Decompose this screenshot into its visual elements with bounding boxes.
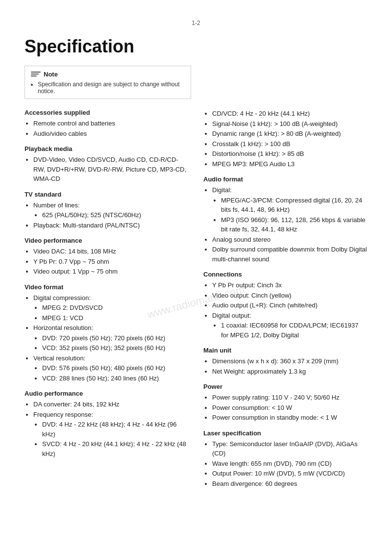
list-item: Remote control and batteries [33, 119, 189, 128]
list-item: Number of lines:625 (PAL/50Hz); 525 (NTS… [33, 201, 189, 220]
section: Video performanceVideo DAC: 14 bits, 108… [24, 237, 189, 277]
note-box: Note Specification and design are subjec… [24, 66, 191, 99]
right-column: CD/VCD: 4 Hz - 20 kHz (44.1 kHz)Signal-N… [203, 109, 368, 495]
list-item: Playback: Multi-standard (PAL/NTSC) [33, 221, 189, 230]
list-item: Type: Semiconductor laser InGaAIP (DVD),… [212, 439, 368, 458]
list-item: Frequency response:DVD: 4 Hz - 22 kHz (4… [33, 410, 189, 459]
section: ConnectionsY Pb Pr output: Cinch 3xVideo… [203, 271, 368, 340]
list-item: Vertical resolution:DVD: 576 pixels (50 … [33, 353, 189, 383]
page-title: Specification [24, 36, 368, 57]
list-item: Output Power: 10 mW (DVD), 5 mW (VCD/CD) [212, 469, 368, 479]
section-title: Video performance [24, 237, 189, 244]
list-item: Crosstalk (1 kHz): > 100 dB [212, 139, 368, 149]
list-sub-item: MP3 (ISO 9660): 96, 112, 128, 256 kbps &… [221, 215, 368, 234]
list-item: Y Pb Pr output: Cinch 3x [212, 280, 368, 290]
list-item: Dolby surround compatible downmix from D… [212, 245, 368, 264]
list-item: Power supply rating: 110 V - 240 V; 50/6… [212, 393, 368, 403]
section: Accessories suppliedRemote control and b… [24, 109, 189, 138]
section: Audio formatDigital:MPEG/AC-3/PCM: Compr… [203, 176, 368, 264]
list-sub-item: 625 (PAL/50Hz); 525 (NTSC/60Hz) [42, 210, 189, 220]
list-sub-item: 1 coaxial: IEC60958 for CDDA/LPCM; IEC61… [221, 321, 368, 340]
section-title: Connections [203, 271, 368, 278]
list-item: Horizontal resolution:DVD: 720 pixels (5… [33, 323, 189, 353]
note-header: Note [31, 70, 185, 78]
list-item: Signal-Noise (1 kHz): > 100 dB (A-weight… [212, 119, 368, 129]
list-item: Net Weight: approximately 1.3 kg [212, 367, 368, 377]
list-sub-item: MPEG/AC-3/PCM: Compressed digital (16, 2… [221, 196, 368, 215]
list-item: Y Pb Pr: 0.7 Vpp ~ 75 ohm [33, 257, 189, 267]
section: CD/VCD: 4 Hz - 20 kHz (44.1 kHz)Signal-N… [203, 109, 368, 169]
section: PowerPower supply rating: 110 V - 240 V;… [203, 383, 368, 423]
list-item: Digital:MPEG/AC-3/PCM: Compressed digita… [212, 185, 368, 234]
section: Playback mediaDVD-Video, Video CD/SVCD, … [24, 145, 189, 184]
list-item: Audio output (L+R): Cinch (white/red) [212, 301, 368, 310]
list-item: Video output: Cinch (yellow) [212, 291, 368, 301]
list-item: Dynamic range (1 kHz): > 80 dB (A-weight… [212, 129, 368, 139]
note-icon [31, 70, 41, 78]
left-column: Accessories suppliedRemote control and b… [24, 109, 189, 495]
list-item: Video DAC: 14 bits, 108 MHz [33, 247, 189, 256]
list-item: Power consumption: < 10 W [212, 403, 368, 413]
list-item: Distortion/noise (1 kHz): > 85 dB [212, 149, 368, 159]
section-title: Accessories supplied [24, 109, 189, 116]
section-title: Audio format [203, 176, 368, 183]
list-sub-item: MPEG 2: DVD/SVCD [42, 303, 189, 313]
list-item: Video output: 1 Vpp ~ 75 ohm [33, 267, 189, 277]
content-area: www.radiomann.com Accessories suppliedRe… [24, 109, 368, 495]
section-title: Laser specification [203, 429, 368, 437]
section-title: Video format [24, 283, 189, 291]
note-content: Specification and design are subject to … [31, 81, 185, 95]
list-sub-item: DVD: 4 Hz - 22 kHz (48 kHz); 4 Hz - 44 k… [42, 420, 189, 439]
section: Audio performanceDA converter: 24 bits, … [24, 390, 189, 458]
list-item: Power consumption in standby mode: < 1 W [212, 413, 368, 423]
list-sub-item: VCD: 288 lines (50 Hz); 240 lines (60 Hz… [42, 374, 189, 383]
section-title: Main unit [203, 347, 368, 354]
two-column-layout: Accessories suppliedRemote control and b… [24, 109, 368, 495]
list-sub-item: VCD: 352 pixels (50 Hz); 352 pixels (60 … [42, 343, 189, 353]
list-sub-item: SVCD: 4 Hz - 20 kHz (44.1 kHz); 4 Hz - 2… [42, 439, 189, 458]
section: Laser specificationType: Semiconductor l… [203, 429, 368, 489]
section: Video formatDigital compression:MPEG 2: … [24, 283, 189, 383]
list-sub-item: MPEG 1: VCD [42, 313, 189, 323]
page-number: 1-2 [24, 20, 368, 26]
note-item: Specification and design are subject to … [38, 81, 185, 95]
list-sub-item: DVD: 720 pixels (50 Hz); 720 pixels (60 … [42, 333, 189, 343]
list-item: MPEG MP3: MPEG Audio L3 [212, 159, 368, 169]
section-title: Audio performance [24, 390, 189, 397]
list-item: Digital compression:MPEG 2: DVD/SVCDMPEG… [33, 293, 189, 323]
section-title: TV standard [24, 191, 189, 198]
list-item: Beam divergence: 60 degrees [212, 479, 368, 489]
list-item: DA converter: 24 bits, 192 kHz [33, 400, 189, 409]
list-item: Audio/video cables [33, 129, 189, 139]
note-label: Note [44, 71, 58, 78]
list-item: Digital output:1 coaxial: IEC60958 for C… [212, 311, 368, 340]
section: Main unitDimensions (w x h x d): 360 x 3… [203, 347, 368, 376]
list-item: DVD-Video, Video CD/SVCD, Audio CD, CD-R… [33, 155, 189, 184]
list-item: CD/VCD: 4 Hz - 20 kHz (44.1 kHz) [212, 109, 368, 119]
list-item: Analog sound stereo [212, 235, 368, 245]
list-item: Dimensions (w x h x d): 360 x 37 x 209 (… [212, 356, 368, 366]
section-title: Power [203, 383, 368, 390]
section-title: Playback media [24, 145, 189, 152]
list-sub-item: DVD: 576 pixels (50 Hz); 480 pixels (60 … [42, 363, 189, 373]
section: TV standardNumber of lines:625 (PAL/50Hz… [24, 191, 189, 230]
list-item: Wave length: 655 nm (DVD), 790 nm (CD) [212, 459, 368, 469]
